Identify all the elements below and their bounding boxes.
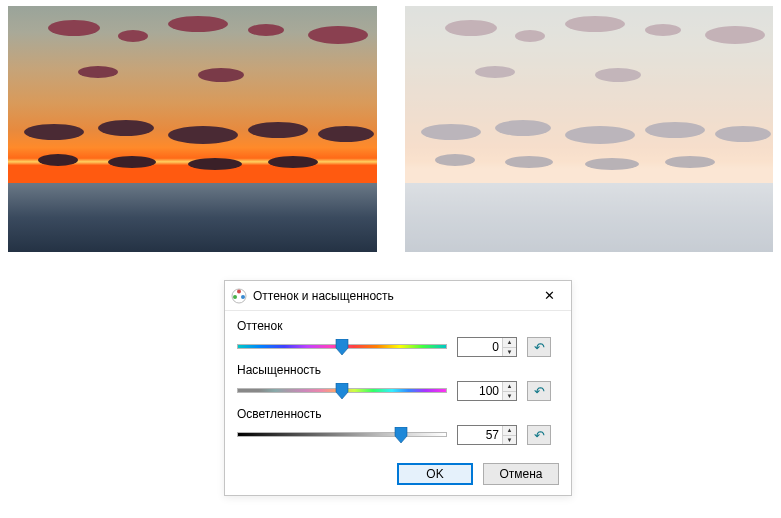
- lightness-reset-button[interactable]: ↶: [527, 425, 551, 445]
- lightness-thumb[interactable]: [394, 427, 408, 443]
- saturation-slider[interactable]: [237, 382, 447, 400]
- preview-after: [405, 6, 774, 252]
- saturation-thumb[interactable]: [335, 383, 349, 399]
- close-button[interactable]: ✕: [535, 285, 563, 307]
- dialog-footer: OK Отмена: [237, 451, 559, 485]
- lightness-slider[interactable]: [237, 426, 447, 444]
- preview-images-row: [0, 0, 781, 252]
- hue-spin-up[interactable]: ▲: [503, 338, 516, 348]
- close-icon: ✕: [544, 288, 555, 303]
- saturation-label: Насыщенность: [237, 363, 559, 377]
- lightness-input[interactable]: [458, 427, 502, 443]
- svg-point-3: [233, 295, 237, 299]
- saturation-spin-up[interactable]: ▲: [503, 382, 516, 392]
- hue-slider[interactable]: [237, 338, 447, 356]
- hue-row: Оттенок ▲ ▼ ↶: [237, 319, 559, 357]
- saturation-input[interactable]: [458, 383, 502, 399]
- saturation-spin-down[interactable]: ▼: [503, 392, 516, 401]
- saturation-reset-button[interactable]: ↶: [527, 381, 551, 401]
- svg-point-1: [237, 289, 241, 293]
- saturation-row: Насыщенность ▲ ▼ ↶: [237, 363, 559, 401]
- hue-input-wrap[interactable]: ▲ ▼: [457, 337, 517, 357]
- hue-reset-button[interactable]: ↶: [527, 337, 551, 357]
- saturation-input-wrap[interactable]: ▲ ▼: [457, 381, 517, 401]
- lightness-row: Осветленность ▲ ▼ ↶: [237, 407, 559, 445]
- dialog-body: Оттенок ▲ ▼ ↶: [225, 311, 571, 495]
- titlebar[interactable]: Оттенок и насыщенность ✕: [225, 281, 571, 311]
- hue-saturation-dialog: Оттенок и насыщенность ✕ Оттенок ▲ ▼: [224, 280, 572, 496]
- lightness-label: Осветленность: [237, 407, 559, 421]
- saturation-spinners[interactable]: ▲ ▼: [502, 382, 516, 400]
- svg-point-2: [241, 295, 245, 299]
- lightness-spin-down[interactable]: ▼: [503, 436, 516, 445]
- hue-label: Оттенок: [237, 319, 559, 333]
- hue-input[interactable]: [458, 339, 502, 355]
- lightness-track: [237, 432, 447, 437]
- hue-spin-down[interactable]: ▼: [503, 348, 516, 357]
- dialog-title: Оттенок и насыщенность: [253, 289, 535, 303]
- hue-thumb[interactable]: [335, 339, 349, 355]
- preview-before: [8, 6, 377, 252]
- reset-icon: ↶: [534, 428, 545, 443]
- lightness-input-wrap[interactable]: ▲ ▼: [457, 425, 517, 445]
- hue-spinners[interactable]: ▲ ▼: [502, 338, 516, 356]
- reset-icon: ↶: [534, 384, 545, 399]
- ok-button[interactable]: OK: [397, 463, 473, 485]
- lightness-spin-up[interactable]: ▲: [503, 426, 516, 436]
- app-icon: [231, 288, 247, 304]
- lightness-spinners[interactable]: ▲ ▼: [502, 426, 516, 444]
- reset-icon: ↶: [534, 340, 545, 355]
- cancel-button[interactable]: Отмена: [483, 463, 559, 485]
